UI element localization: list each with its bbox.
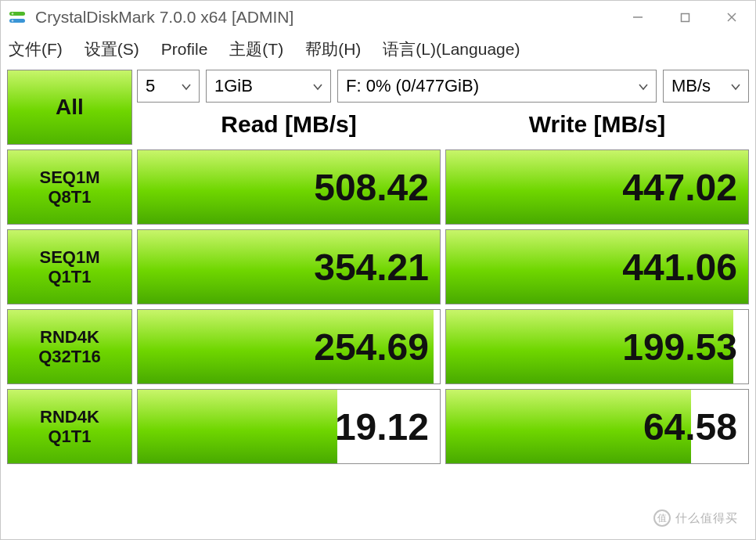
btn-label: RND4K Q1T1 — [40, 407, 99, 447]
window-title: CrystalDiskMark 7.0.0 x64 [ADMIN] — [35, 8, 293, 27]
menu-language[interactable]: 语言(L)(Language) — [383, 38, 520, 60]
read-seq1m-q1t1: 354.21 — [137, 229, 441, 304]
read-rnd4k-q1t1: 19.12 — [137, 389, 441, 464]
value: 441.06 — [622, 246, 737, 289]
run-rnd4k-q1t1-button[interactable]: RND4K Q1T1 — [7, 389, 132, 464]
test-size-select[interactable]: 1GiB — [206, 70, 331, 103]
run-seq1m-q8t1-button[interactable]: SEQ1M Q8T1 — [7, 149, 132, 225]
run-all-button[interactable]: All — [7, 70, 132, 145]
window-controls — [614, 1, 755, 34]
write-seq1m-q1t1: 441.06 — [445, 229, 749, 304]
app-icon — [7, 7, 27, 27]
value: 447.02 — [622, 166, 737, 209]
btn-label: SEQ1M Q1T1 — [39, 247, 99, 287]
test-size-value: 1GiB — [214, 76, 253, 96]
value: 354.21 — [314, 246, 429, 289]
read-seq1m-q8t1: 508.42 — [137, 149, 441, 225]
top-right-block: 5 1GiB F: 0% (0/477GiB) MB/s — [137, 70, 749, 145]
menu-theme[interactable]: 主题(T) — [229, 38, 283, 60]
value: 19.12 — [335, 405, 429, 448]
unit-value: MB/s — [671, 76, 711, 96]
close-button[interactable] — [708, 1, 755, 34]
chevron-down-icon — [731, 76, 740, 96]
write-header: Write [MB/s] — [445, 104, 749, 145]
drive-select[interactable]: F: 0% (0/477GiB) — [337, 70, 657, 103]
titlebar: CrystalDiskMark 7.0.0 x64 [ADMIN] — [1, 1, 755, 34]
menu-settings[interactable]: 设置(S) — [85, 38, 139, 60]
run-seq1m-q1t1-button[interactable]: SEQ1M Q1T1 — [7, 229, 132, 304]
minimize-button[interactable] — [614, 1, 661, 34]
drive-value: F: 0% (0/477GiB) — [346, 76, 479, 96]
maximize-button[interactable] — [661, 1, 708, 34]
runs-value: 5 — [146, 76, 155, 96]
value: 254.69 — [314, 326, 429, 369]
svg-point-3 — [12, 20, 14, 22]
btn-label: SEQ1M Q8T1 — [39, 167, 99, 207]
bar — [138, 390, 337, 463]
app-window: CrystalDiskMark 7.0.0 x64 [ADMIN] 文件(F) … — [0, 0, 756, 540]
runs-select[interactable]: 5 — [137, 70, 200, 103]
unit-select[interactable]: MB/s — [663, 70, 749, 103]
read-header: Read [MB/s] — [137, 104, 441, 145]
btn-label: RND4K Q32T16 — [38, 327, 101, 367]
write-rnd4k-q1t1: 64.58 — [445, 389, 749, 464]
write-rnd4k-q32t16: 199.53 — [445, 309, 749, 384]
chevron-down-icon — [639, 76, 648, 96]
run-rnd4k-q32t16-button[interactable]: RND4K Q32T16 — [7, 309, 132, 384]
menu-profile[interactable]: Profile — [161, 40, 208, 59]
value: 64.58 — [643, 405, 737, 448]
read-rnd4k-q32t16: 254.69 — [137, 309, 441, 384]
results-area: All 5 1GiB F: 0% (0/477GiB) — [1, 65, 755, 539]
controls-row: 5 1GiB F: 0% (0/477GiB) MB/s — [137, 70, 749, 104]
run-all-label: All — [56, 95, 84, 120]
menu-file[interactable]: 文件(F) — [9, 38, 63, 60]
menu-help[interactable]: 帮助(H) — [305, 38, 361, 60]
svg-point-2 — [12, 13, 14, 15]
svg-rect-5 — [681, 13, 689, 21]
write-seq1m-q8t1: 447.02 — [445, 149, 749, 225]
chevron-down-icon — [182, 76, 191, 96]
value: 199.53 — [622, 326, 737, 369]
chevron-down-icon — [313, 76, 322, 96]
value: 508.42 — [314, 166, 429, 209]
menubar: 文件(F) 设置(S) Profile 主题(T) 帮助(H) 语言(L)(La… — [1, 34, 755, 65]
